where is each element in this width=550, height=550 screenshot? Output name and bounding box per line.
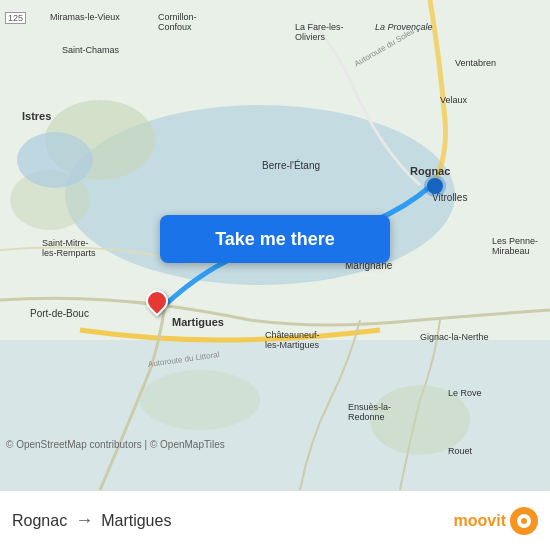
origin-label: Rognac	[12, 512, 67, 530]
moovit-dot	[521, 518, 527, 524]
bottom-bar: Rognac → Martigues moovit	[0, 490, 550, 550]
map-attribution: © OpenStreetMap contributors | © OpenMap…	[6, 439, 225, 450]
destination-pin	[146, 290, 168, 312]
svg-point-5	[370, 385, 470, 455]
moovit-logo: moovit	[454, 507, 538, 535]
map-container: Miramas-le-Vieux Cornillon-Confoux Saint…	[0, 0, 550, 490]
destination-label: Martigues	[101, 512, 171, 530]
arrow-icon: →	[75, 510, 93, 531]
svg-point-7	[17, 132, 93, 188]
route-info: Rognac → Martigues	[12, 510, 454, 531]
moovit-icon-inner	[517, 514, 531, 528]
origin-pin	[427, 178, 443, 194]
svg-point-6	[140, 370, 260, 430]
moovit-icon	[510, 507, 538, 535]
moovit-text: moovit	[454, 512, 506, 530]
take-me-there-button[interactable]: Take me there	[160, 215, 390, 263]
button-label: Take me there	[215, 229, 335, 250]
